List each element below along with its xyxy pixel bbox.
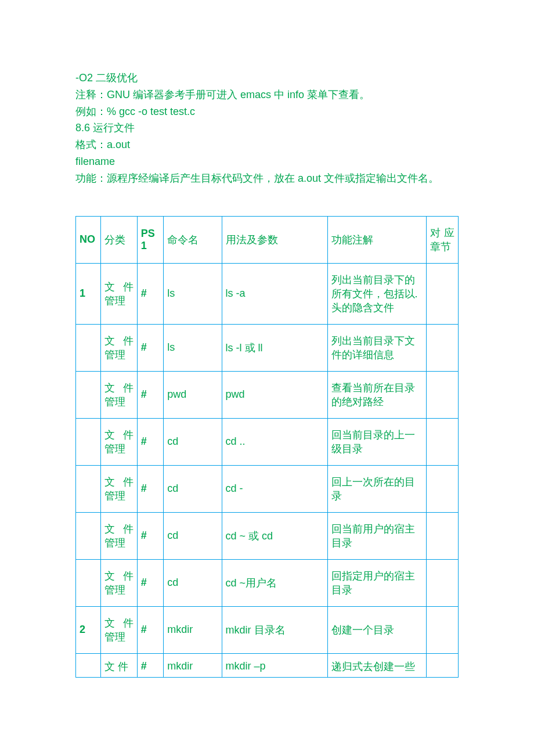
cell-no bbox=[76, 559, 101, 606]
cell-command: ls bbox=[164, 324, 222, 371]
cell-category: 文 件管理 bbox=[101, 371, 138, 418]
intro-line-7: 功能：源程序经编译后产生目标代码文件，放在 a.out 文件或指定输出文件名。 bbox=[75, 170, 459, 187]
cell-chapter bbox=[427, 653, 459, 677]
table-row: 文 件管理#cdcd ..回当前目录的上一级目录 bbox=[76, 418, 459, 465]
cell-command: pwd bbox=[164, 371, 222, 418]
cell-description: 列出当前目录下的所有文件，包括以. 头的隐含文件 bbox=[327, 263, 427, 324]
cell-chapter bbox=[427, 606, 459, 653]
intro-line-2: 注释：GNU 编译器参考手册可进入 emacs 中 info 菜单下查看。 bbox=[75, 87, 459, 103]
cell-ps1: # bbox=[137, 418, 164, 465]
header-chapter: 对 应章节 bbox=[427, 216, 459, 263]
cell-chapter bbox=[427, 559, 459, 606]
cell-usage: pwd bbox=[222, 371, 327, 418]
cell-usage: mkdir 目录名 bbox=[222, 606, 327, 653]
cell-description: 回指定用户的宿主目录 bbox=[327, 559, 427, 606]
cell-usage: cd .. bbox=[222, 418, 327, 465]
table-row: 文 件管理#cdcd ~用户名回指定用户的宿主目录 bbox=[76, 559, 459, 606]
header-ps1: PS1 bbox=[137, 216, 164, 263]
cell-command: cd bbox=[164, 418, 222, 465]
cell-ps1: # bbox=[137, 324, 164, 371]
cell-command: mkdir bbox=[164, 606, 222, 653]
table-row: 2文 件管理#mkdirmkdir 目录名创建一个目录 bbox=[76, 606, 459, 653]
cell-command: cd bbox=[164, 559, 222, 606]
cell-no bbox=[76, 324, 101, 371]
cell-no bbox=[76, 418, 101, 465]
cell-command: cd bbox=[164, 512, 222, 559]
cell-command: mkdir bbox=[164, 653, 222, 677]
cell-category: 文 件管理 bbox=[101, 324, 138, 371]
cell-ps1: # bbox=[137, 465, 164, 512]
intro-line-3: 例如：% gcc -o test test.c bbox=[75, 103, 459, 120]
cell-category: 文 件管理 bbox=[101, 512, 138, 559]
cell-no bbox=[76, 371, 101, 418]
intro-line-5: 格式：a.out bbox=[75, 136, 459, 153]
cell-category: 文 件管理 bbox=[101, 418, 138, 465]
cell-usage: mkdir –p bbox=[222, 653, 327, 677]
cell-no bbox=[76, 653, 101, 677]
cell-chapter bbox=[427, 418, 459, 465]
cell-usage: cd - bbox=[222, 465, 327, 512]
cell-ps1: # bbox=[137, 559, 164, 606]
intro-line-6: filename bbox=[75, 153, 459, 170]
cell-description: 查看当前所在目录的绝对路经 bbox=[327, 371, 427, 418]
cell-chapter bbox=[427, 324, 459, 371]
cell-category: 文 件管理 bbox=[101, 606, 138, 653]
table-row: 文 件管理#pwdpwd查看当前所在目录的绝对路经 bbox=[76, 371, 459, 418]
cell-ps1: # bbox=[137, 606, 164, 653]
table-row: 1文 件管理#lsls -a列出当前目录下的所有文件，包括以. 头的隐含文件 bbox=[76, 263, 459, 324]
table-body: 1文 件管理#lsls -a列出当前目录下的所有文件，包括以. 头的隐含文件文 … bbox=[76, 263, 459, 677]
cell-ps1: # bbox=[137, 263, 164, 324]
cell-category: 文 件 bbox=[101, 653, 138, 677]
cell-no bbox=[76, 512, 101, 559]
intro-line-4: 8.6 运行文件 bbox=[75, 120, 459, 136]
cell-chapter bbox=[427, 512, 459, 559]
cell-description: 回当前用户的宿主目录 bbox=[327, 512, 427, 559]
cell-ps1: # bbox=[137, 371, 164, 418]
cell-ps1: # bbox=[137, 512, 164, 559]
cell-usage: cd ~用户名 bbox=[222, 559, 327, 606]
intro-text: -O2 二级优化 注释：GNU 编译器参考手册可进入 emacs 中 info … bbox=[75, 70, 459, 187]
cell-ps1: # bbox=[137, 653, 164, 677]
cell-category: 文 件管理 bbox=[101, 559, 138, 606]
cell-description: 创建一个目录 bbox=[327, 606, 427, 653]
table-header-row: NO 分类 PS1 命令名 用法及参数 功能注解 对 应章节 bbox=[76, 216, 459, 263]
cell-description: 列出当前目录下文件的详细信息 bbox=[327, 324, 427, 371]
cell-no: 2 bbox=[76, 606, 101, 653]
cell-description: 回当前目录的上一级目录 bbox=[327, 418, 427, 465]
cell-chapter bbox=[427, 465, 459, 512]
cell-usage: cd ~ 或 cd bbox=[222, 512, 327, 559]
cell-usage: ls -l 或 ll bbox=[222, 324, 327, 371]
cell-command: cd bbox=[164, 465, 222, 512]
cell-description: 回上一次所在的目录 bbox=[327, 465, 427, 512]
header-no: NO bbox=[76, 216, 101, 263]
cell-usage: ls -a bbox=[222, 263, 327, 324]
table-row: 文 件管理#lsls -l 或 ll列出当前目录下文件的详细信息 bbox=[76, 324, 459, 371]
cell-chapter bbox=[427, 371, 459, 418]
table-row: 文 件管理#cdcd ~ 或 cd回当前用户的宿主目录 bbox=[76, 512, 459, 559]
header-description: 功能注解 bbox=[327, 216, 427, 263]
cell-category: 文 件管理 bbox=[101, 465, 138, 512]
cell-description: 递归式去创建一些 bbox=[327, 653, 427, 677]
command-table: NO 分类 PS1 命令名 用法及参数 功能注解 对 应章节 1文 件管理#ls… bbox=[75, 216, 459, 678]
header-category: 分类 bbox=[101, 216, 138, 263]
table-row: 文 件#mkdirmkdir –p递归式去创建一些 bbox=[76, 653, 459, 677]
cell-chapter bbox=[427, 263, 459, 324]
header-usage: 用法及参数 bbox=[222, 216, 327, 263]
cell-category: 文 件管理 bbox=[101, 263, 138, 324]
cell-no: 1 bbox=[76, 263, 101, 324]
cell-no bbox=[76, 465, 101, 512]
header-command: 命令名 bbox=[164, 216, 222, 263]
cell-command: ls bbox=[164, 263, 222, 324]
intro-line-1: -O2 二级优化 bbox=[75, 70, 459, 87]
table-row: 文 件管理#cdcd -回上一次所在的目录 bbox=[76, 465, 459, 512]
